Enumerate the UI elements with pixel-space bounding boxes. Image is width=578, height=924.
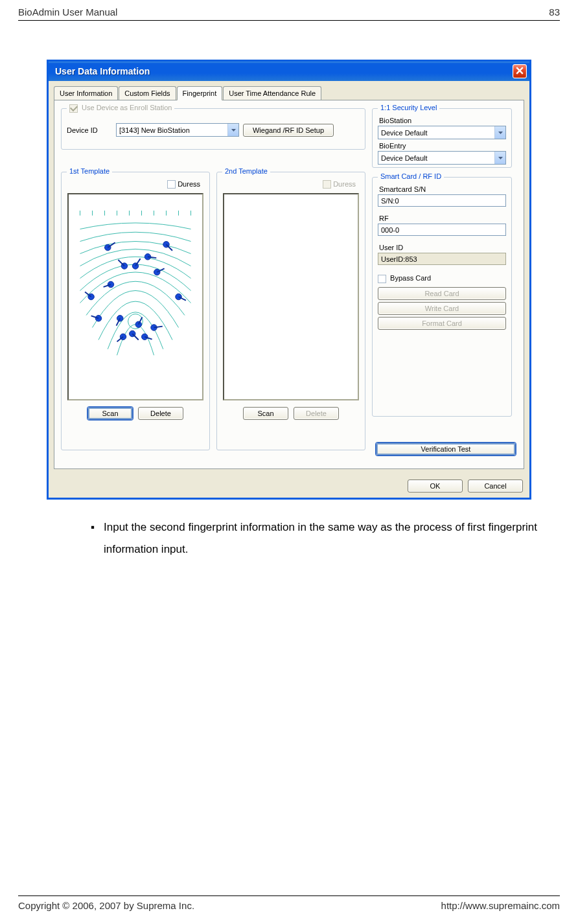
fingerprint-icon — [74, 200, 197, 394]
card-legend: Smart Card / RF ID — [378, 172, 444, 180]
titlebar: User Data Information — [49, 62, 529, 81]
biostation-value: Device Default — [381, 129, 428, 137]
first-template-group: 1st Template Duress — [61, 172, 210, 450]
rf-label: RF — [379, 214, 506, 222]
tab-user-information[interactable]: User Information — [54, 86, 118, 100]
userid-label: User ID — [379, 244, 506, 251]
enroll-legend: Use Device as Enroll Station — [67, 104, 174, 113]
duress2-checkbox — [323, 180, 331, 189]
cancel-button[interactable]: Cancel — [468, 479, 523, 492]
bioentry-value: Device Default — [381, 154, 428, 162]
duress2-label: Duress — [333, 180, 356, 188]
user-data-dialog: User Data Information User Information C… — [47, 60, 531, 500]
header-divider — [18, 20, 560, 21]
scan1-button[interactable]: Scan — [87, 407, 133, 420]
fingerprint1-preview — [67, 193, 203, 400]
biostation-select[interactable]: Device Default — [378, 126, 506, 139]
enroll-legend-label: Use Device as Enroll Station — [82, 104, 172, 111]
doc-title: BioAdmin User Manual — [18, 6, 117, 17]
second-template-group: 2nd Template Duress Scan Delete — [216, 172, 365, 450]
smart-card-group: Smart Card / RF ID Smartcard S/N S/N:0 R… — [372, 177, 512, 417]
tab-fingerprint[interactable]: Fingerprint — [177, 86, 223, 100]
sn-label: Smartcard S/N — [379, 185, 506, 193]
duress1-checkbox[interactable] — [167, 180, 176, 189]
security-legend: 1:1 Security Level — [378, 104, 439, 111]
chevron-down-icon — [227, 124, 238, 136]
chevron-down-icon — [494, 152, 505, 164]
page-number: 83 — [549, 6, 560, 17]
scan2-button[interactable]: Scan — [243, 407, 288, 420]
wiegand-rf-id-setup-button[interactable]: Wiegand /RF ID Setup — [243, 124, 334, 137]
dialog-title: User Data Information — [55, 66, 150, 76]
security-level-group: 1:1 Security Level BioStation Device Def… — [372, 108, 512, 168]
delete2-button: Delete — [294, 407, 339, 420]
chevron-down-icon — [494, 126, 505, 139]
tab-custom-fields[interactable]: Custom Fields — [119, 86, 176, 100]
page-footer: Copyright © 2006, 2007 by Suprema Inc. h… — [0, 895, 578, 911]
enroll-checkbox — [69, 104, 78, 113]
biostation-label: BioStation — [379, 117, 506, 124]
device-id-label: Device ID — [67, 126, 112, 134]
close-button[interactable] — [513, 64, 527, 78]
fingerprint2-preview — [223, 193, 359, 400]
footer-url: http://www.supremainc.com — [441, 900, 560, 911]
userid-value: UserID:853 — [381, 255, 417, 263]
bypass-label: Bypass Card — [390, 274, 431, 282]
duress1-label: Duress — [178, 180, 200, 188]
enroll-station-group: Use Device as Enroll Station Device ID [… — [61, 108, 365, 150]
sn-input[interactable]: S/N:0 — [378, 194, 506, 207]
second-template-legend: 2nd Template — [222, 167, 270, 175]
close-icon — [516, 67, 524, 76]
dialog-footer: OK Cancel — [49, 474, 529, 498]
write-card-button: Write Card — [378, 302, 506, 315]
bioentry-select[interactable]: Device Default — [378, 151, 506, 165]
device-id-select[interactable]: [3143] New BioStation — [116, 123, 239, 137]
bullet-icon: ▪ — [91, 516, 95, 560]
format-card-button: Format Card — [378, 317, 506, 330]
rf-input[interactable]: 000-0 — [378, 224, 506, 236]
rf-value: 000-0 — [381, 226, 399, 234]
device-id-value: [3143] New BioStation — [119, 126, 190, 134]
bypass-checkbox[interactable] — [378, 275, 386, 283]
copyright-text: Copyright © 2006, 2007 by Suprema Inc. — [18, 900, 194, 911]
sn-value: S/N:0 — [381, 197, 399, 205]
instruction-text: Input the second fingerprint information… — [104, 516, 546, 560]
first-template-legend: 1st Template — [67, 167, 112, 175]
tab-strip: User Information Custom Fields Fingerpri… — [54, 86, 524, 100]
verification-test-button[interactable]: Verification Test — [376, 443, 516, 456]
userid-input: UserID:853 — [378, 253, 506, 265]
footer-divider — [18, 895, 560, 896]
read-card-button: Read Card — [378, 287, 506, 300]
delete1-button[interactable]: Delete — [138, 407, 183, 420]
tab-user-time-attendance-rule[interactable]: User Time Attendance Rule — [223, 86, 321, 100]
tab-panel: Use Device as Enroll Station Device ID [… — [54, 100, 524, 469]
ok-button[interactable]: OK — [408, 479, 463, 492]
bioentry-label: BioEntry — [379, 142, 506, 150]
instruction-paragraph: ▪ Input the second fingerprint informati… — [91, 516, 546, 560]
